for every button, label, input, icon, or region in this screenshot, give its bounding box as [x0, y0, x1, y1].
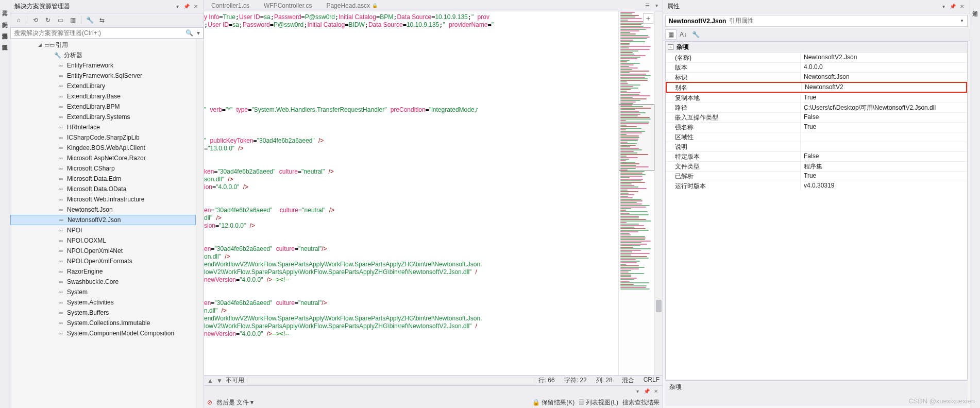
pin-icon[interactable]: 📌	[183, 3, 190, 10]
categorize-icon[interactable]: ▦	[665, 29, 677, 40]
tree-ref-item[interactable]: ▫▫System.Activities	[10, 297, 196, 308]
collapse-icon[interactable]: ▭	[55, 15, 65, 25]
tree-ref-item[interactable]: ▫▫Kingdee.BOS.WebApi.Client	[10, 143, 196, 153]
tree-ref-item[interactable]: ▫▫Microsoft.Web.Infrastructure	[10, 194, 196, 205]
status-down-icon[interactable]: ▼	[216, 377, 224, 384]
tree-ref-item[interactable]: ▫▫NewtonsoftV2.Json	[10, 215, 196, 225]
preview-icon[interactable]: ⇆	[97, 15, 107, 25]
find-keep[interactable]: 🔒 保留结果(K)	[532, 398, 575, 407]
dropdown-icon[interactable]: ▾	[174, 3, 181, 10]
vtab-team[interactable]: 团队资源管理器	[0, 36, 10, 44]
ref-icon: ▫▫	[57, 236, 65, 245]
tree-ref-item[interactable]: ▫▫Microsoft.CSharp	[10, 163, 196, 174]
props-pin-icon[interactable]: 📌	[949, 3, 956, 10]
status-up-icon[interactable]: ▲	[207, 377, 214, 384]
close-icon[interactable]: ✕	[192, 3, 199, 10]
tree-ref-item[interactable]: ▫▫System	[10, 287, 196, 297]
find-search[interactable]: 搜索查找结果	[622, 398, 660, 407]
refresh-icon[interactable]: ↻	[43, 15, 53, 25]
out-pin-icon[interactable]: 📌	[643, 388, 650, 395]
tree-ref-item[interactable]: ▫▫NPOI.OOXML	[10, 235, 196, 246]
search-input[interactable]	[11, 28, 184, 38]
editor-hscroll[interactable]	[247, 377, 535, 384]
editor-scrollbar[interactable]	[654, 11, 663, 375]
vtab-solution[interactable]: 解决方案资源管理器	[0, 25, 10, 33]
tab-wfpcontroller[interactable]: WFPController.cs	[257, 0, 319, 11]
tree-ref-item[interactable]: ▫▫Microsoft.AspNetCore.Razor	[10, 153, 196, 163]
chevron-down-icon[interactable]: ▼	[960, 19, 964, 23]
props-grid[interactable]: −杂项(名称)NewtonsoftV2.Json版本4.0.0.0标识Newto…	[665, 41, 968, 380]
vtab-toolbox[interactable]: 工具箱	[0, 2, 10, 10]
tab-dd-icon[interactable]: ▾	[652, 2, 661, 10]
props-title-bar: 属性 ▾ 📌 ✕	[663, 0, 970, 13]
add-button[interactable]: ＋	[643, 13, 653, 24]
tree-ref-item[interactable]: ▫▫ExtendLibrary.BPM	[10, 101, 196, 112]
props-selector[interactable]: NewtonsoftV2.Json 引用属性 ▼	[665, 15, 968, 27]
vtab-outline[interactable]: 文档大纲	[0, 13, 10, 22]
tree-ref-item[interactable]: ▫▫ICSharpCode.SharpZipLib	[10, 132, 196, 143]
prop-row[interactable]: 区域性	[666, 132, 967, 142]
search-icon[interactable]: 🔍	[184, 28, 194, 38]
prop-row[interactable]: 版本4.0.0.0	[666, 62, 967, 72]
props-sel-type: 引用属性	[729, 16, 754, 25]
tree-ref-item[interactable]: ▫▫NPOI.OpenXml4Net	[10, 246, 196, 256]
tree-ref-item[interactable]: ▫▫Microsoft.Data.Edm	[10, 174, 196, 184]
vtab-notify[interactable]: 通知	[970, 2, 980, 10]
tree-root-refs[interactable]: ◢▭▭引用	[10, 40, 196, 50]
tab-pagehead[interactable]: PageHead.ascx🔒	[319, 0, 385, 11]
tree-ref-item[interactable]: ▫▫Microsoft.Data.OData	[10, 184, 196, 194]
tab-controller1[interactable]: Controller1.cs	[204, 0, 257, 11]
tree-ref-item[interactable]: ▫▫Swashbuckle.Core	[10, 277, 196, 287]
tree-ref-item[interactable]: ▫▫HRInterface	[10, 122, 196, 132]
out-dd-icon[interactable]: ▾	[634, 388, 641, 395]
find-stop-icon[interactable]: ⊘	[207, 399, 212, 406]
home-icon[interactable]: ⌂	[13, 15, 24, 25]
collapse-box-icon[interactable]: −	[668, 44, 673, 50]
prop-row[interactable]: 已解析True	[666, 171, 967, 181]
prop-row[interactable]: 强名称True	[666, 122, 967, 132]
solution-tree[interactable]: ◢▭▭引用🔧分析器▫▫EntityFramework▫▫EntityFramew…	[10, 39, 196, 408]
tree-ref-item[interactable]: ▫▫ExtendLibrary	[10, 81, 196, 91]
find-list[interactable]: ☰ 列表视图(L)	[579, 398, 618, 407]
props-icon[interactable]: 🔧	[85, 15, 95, 25]
prop-row[interactable]: (名称)NewtonsoftV2.Json	[666, 53, 967, 62]
tree-ref-item[interactable]: ▫▫NPOI	[10, 225, 196, 235]
code-editor[interactable]: y Info=True;User ID=sa;Password=P@ssw0rd…	[204, 11, 618, 375]
solution-explorer-panel: 解决方案资源管理器 ▾ 📌 ✕ ⌂ ⟲ ↻ ▭ ▥ 🔧 ⇆ 🔍 ▾ ◢▭▭引用🔧…	[10, 0, 204, 408]
tree-ref-item[interactable]: ▫▫System.ComponentModel.Composition	[10, 328, 196, 338]
tree-ref-item[interactable]: ▫▫System.Collections.Immutable	[10, 318, 196, 328]
solution-search[interactable]: 🔍 ▾	[10, 27, 204, 39]
prop-row[interactable]: 运行时版本v4.0.30319	[666, 181, 967, 191]
tree-analyzer[interactable]: 🔧分析器	[10, 50, 196, 60]
out-close-icon[interactable]: ✕	[652, 388, 660, 395]
prop-row[interactable]: 特定版本False	[666, 151, 967, 161]
tree-ref-item[interactable]: ▫▫RazorEngine	[10, 266, 196, 277]
tree-ref-item[interactable]: ▫▫EntityFramework.SqlServer	[10, 71, 196, 81]
tree-ref-item[interactable]: ▫▫ExtendLibrary.Base	[10, 91, 196, 101]
tree-ref-item[interactable]: ▫▫EntityFramework	[10, 60, 196, 71]
search-dd-icon[interactable]: ▾	[194, 28, 203, 38]
tree-ref-item[interactable]: ▫▫System.Buffers	[10, 308, 196, 318]
tab-overflow-icon[interactable]: ☰	[643, 2, 651, 10]
prop-row[interactable]: 别名NewtonsoftV2	[666, 82, 967, 93]
sort-icon[interactable]: A↓	[678, 29, 689, 40]
back-icon[interactable]: ⟲	[30, 15, 41, 25]
props-sel-name: NewtonsoftV2.Json	[669, 18, 726, 25]
prop-row[interactable]: 复制本地True	[666, 93, 967, 103]
prop-category[interactable]: −杂项	[666, 42, 967, 53]
tree-scrollbar[interactable]	[196, 39, 204, 408]
prop-row[interactable]: 嵌入互操作类型False	[666, 112, 967, 122]
props-dd-icon[interactable]: ▾	[940, 3, 947, 10]
show-all-icon[interactable]: ▥	[67, 15, 78, 25]
prop-row[interactable]: 标识Newtonsoft.Json	[666, 72, 967, 82]
tree-ref-item[interactable]: ▫▫Newtonsoft.Json	[10, 205, 196, 215]
ref-icon: ▫▫	[57, 113, 65, 121]
props-page-icon[interactable]: 🔧	[690, 29, 701, 40]
props-close-icon[interactable]: ✕	[958, 3, 966, 10]
minimap[interactable]	[618, 11, 654, 375]
prop-row[interactable]: 文件类型程序集	[666, 161, 967, 171]
tree-ref-item[interactable]: ▫▫ExtendLibrary.Systems	[10, 112, 196, 122]
prop-row[interactable]: 说明	[666, 142, 967, 151]
tree-ref-item[interactable]: ▫▫NPOI.OpenXmlFormats	[10, 256, 196, 266]
prop-row[interactable]: 路径C:\Users\cf\Desktop\可用\NewtonsoftV2.Js…	[666, 103, 967, 112]
